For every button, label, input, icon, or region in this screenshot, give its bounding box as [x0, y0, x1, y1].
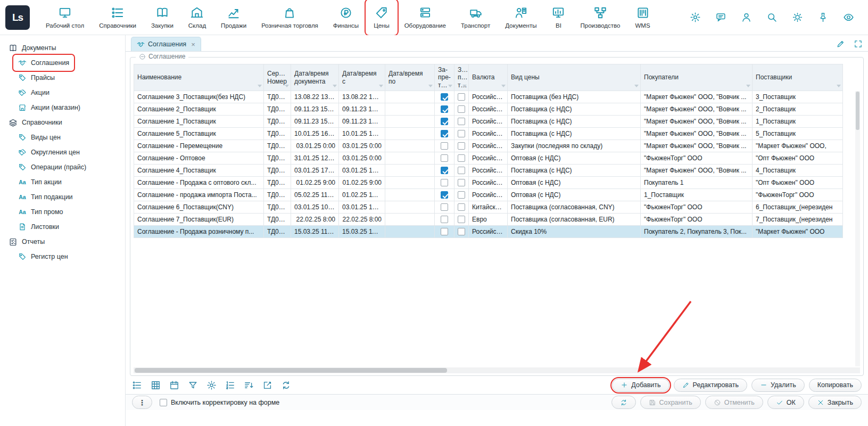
- form-correction-toggle[interactable]: Включить корректировку на форме: [160, 399, 279, 406]
- table-row[interactable]: Соглашение 6_Поставщик(CNY)ТД000...03.01…: [134, 201, 843, 214]
- sidebar-item-price-rounding[interactable]: Округления цен: [14, 145, 84, 160]
- table-row[interactable]: Соглашение 7_Поставщик(EUR)ТД000...22.02…: [134, 214, 843, 226]
- sidebar-item-price-types[interactable]: Виды цен: [14, 130, 65, 145]
- ribbon-item-equipment[interactable]: Оборудование: [397, 0, 453, 35]
- add-button[interactable]: Добавить: [612, 379, 669, 392]
- ribbon-item-retail[interactable]: Розничная торговля: [254, 0, 326, 35]
- pin-icon[interactable]: [817, 12, 829, 23]
- forbid-checkbox[interactable]: [458, 216, 465, 223]
- table-row[interactable]: Соглашение 4_ПоставщикТД000...03.01.25 1…: [134, 165, 843, 177]
- edit-pencil-icon[interactable]: [836, 39, 845, 48]
- forbid-checkbox[interactable]: [458, 167, 465, 174]
- fullscreen-icon[interactable]: [854, 39, 863, 48]
- gear-icon[interactable]: [206, 380, 217, 390]
- eye-icon[interactable]: [843, 12, 854, 23]
- vertical-scrollbar-thumb[interactable]: [856, 92, 859, 130]
- sidebar-group-documents[interactable]: Документы: [4, 40, 60, 55]
- sidebar-item-promos-store[interactable]: Акции (магазин): [14, 100, 85, 115]
- sidebar-group-reports[interactable]: Отчеты: [4, 234, 49, 249]
- ribbon-item-purchases[interactable]: Закупки: [144, 0, 181, 35]
- sidebar-item-price-operations[interactable]: Операции (прайс): [14, 160, 90, 175]
- sidebar-item-leaflets[interactable]: Листовки: [14, 219, 63, 234]
- column-header-forbid_2[interactable]: За- пре- тит...: [454, 64, 469, 91]
- sidebar-item-agreements[interactable]: Соглашения: [14, 55, 73, 70]
- sidebar-item-promo-type[interactable]: AaТип акции: [14, 175, 66, 190]
- correction-checkbox[interactable]: [160, 399, 167, 406]
- column-header-forbid_1[interactable]: За- пре- тит...: [435, 64, 454, 91]
- filter-icon[interactable]: [188, 380, 198, 390]
- horizontal-scrollbar[interactable]: [134, 367, 860, 373]
- forbid-checkbox[interactable]: [441, 130, 448, 137]
- view-list-icon[interactable]: [132, 380, 142, 390]
- forbid-checkbox[interactable]: [458, 130, 465, 137]
- ribbon-item-documents[interactable]: Документы: [498, 0, 544, 35]
- table-row[interactable]: Соглашение 5_ПоставщикТД000...10.01.25 1…: [134, 128, 843, 140]
- forbid-checkbox[interactable]: [458, 154, 465, 162]
- table-row[interactable]: Соглашение 2_ПоставщикТД000...09.11.23 1…: [134, 103, 843, 116]
- column-header-name[interactable]: Наименование: [134, 64, 264, 91]
- column-header-datetime_to[interactable]: Дата/время по: [385, 64, 435, 91]
- table-row[interactable]: Соглашение 1_ПоставщикТД000...09.11.23 1…: [134, 116, 843, 128]
- ribbon-item-finance[interactable]: Финансы: [326, 0, 366, 35]
- ok-button[interactable]: ОК: [767, 396, 804, 409]
- forbid-checkbox[interactable]: [458, 93, 465, 101]
- ribbon-item-catalogs[interactable]: Справочники: [92, 0, 144, 35]
- table-row[interactable]: Соглашение - Продажа розничному п...ТД00…: [134, 226, 843, 238]
- ribbon-item-bi[interactable]: BI: [544, 0, 573, 35]
- table-row[interactable]: Соглашение 3_Поставщик(без НДС)ТД000...1…: [134, 91, 843, 103]
- save-button[interactable]: Сохранить: [640, 396, 701, 409]
- forbid-checkbox[interactable]: [441, 228, 448, 235]
- forbid-checkbox[interactable]: [458, 105, 465, 113]
- column-header-currency[interactable]: Валюта: [469, 64, 508, 91]
- close-button[interactable]: Закрыть: [808, 396, 862, 409]
- sidebar-item-promos[interactable]: Акции: [14, 85, 54, 100]
- column-header-buyers[interactable]: Покупатели: [641, 64, 753, 91]
- table-row[interactable]: Соглашение - продажа импорта Поста...ТД0…: [134, 189, 843, 201]
- sort-desc-icon[interactable]: [244, 380, 254, 390]
- table-row[interactable]: Соглашение - Продажа с оптового скл...ТД…: [134, 177, 843, 189]
- forbid-checkbox[interactable]: [458, 142, 465, 150]
- ribbon-item-transport[interactable]: Транспорт: [453, 0, 498, 35]
- ribbon-item-wms[interactable]: WMS: [627, 0, 657, 35]
- sync-icon[interactable]: [281, 380, 291, 390]
- ribbon-item-sales[interactable]: Продажи: [213, 0, 254, 35]
- forbid-checkbox[interactable]: [441, 179, 448, 186]
- horizontal-scrollbar-thumb[interactable]: [135, 368, 447, 373]
- chat-icon[interactable]: [715, 12, 726, 23]
- forbid-checkbox[interactable]: [458, 203, 465, 211]
- forbid-checkbox[interactable]: [441, 118, 448, 125]
- app-logo[interactable]: Ls: [5, 5, 30, 30]
- forbid-checkbox[interactable]: [458, 191, 465, 199]
- refresh-button[interactable]: [611, 396, 636, 409]
- vertical-scrollbar[interactable]: [855, 91, 860, 366]
- forbid-checkbox[interactable]: [441, 203, 448, 211]
- numbered-list-icon[interactable]: [225, 380, 235, 390]
- view-grid-icon[interactable]: [151, 380, 161, 390]
- column-header-series[interactable]: Серия/ Номер: [264, 64, 291, 91]
- gear-icon[interactable]: [690, 12, 701, 23]
- forbid-checkbox[interactable]: [458, 179, 465, 186]
- column-header-suppliers[interactable]: Поставщики: [753, 64, 843, 91]
- forbid-checkbox[interactable]: [441, 216, 448, 223]
- tab-agreements[interactable]: Соглашения ×: [131, 37, 201, 51]
- edit-button[interactable]: Редактировать: [674, 379, 747, 392]
- collapse-icon[interactable]: [139, 53, 146, 60]
- column-header-doc_datetime[interactable]: Дата/время документа: [291, 64, 339, 91]
- tab-close-icon[interactable]: ×: [191, 41, 195, 48]
- more-menu-button[interactable]: ⋮: [132, 396, 152, 409]
- ribbon-item-warehouse[interactable]: Склад: [181, 0, 213, 35]
- forbid-checkbox[interactable]: [441, 142, 448, 150]
- column-header-datetime_from[interactable]: Дата/время с: [339, 64, 385, 91]
- cancel-button[interactable]: Отменить: [705, 396, 763, 409]
- column-header-price_type[interactable]: Вид цены: [508, 64, 641, 91]
- sidebar-item-sub-promo-type[interactable]: AaТип подакции: [14, 190, 77, 204]
- forbid-checkbox[interactable]: [441, 154, 448, 162]
- search-icon[interactable]: [766, 12, 778, 23]
- table-row[interactable]: Соглашение - ПеремещениеТД000...03.01.25…: [134, 140, 843, 152]
- forbid-checkbox[interactable]: [458, 228, 465, 235]
- calendar-icon[interactable]: [169, 380, 179, 390]
- sidebar-item-promo-kind[interactable]: AaТип промо: [14, 204, 68, 219]
- delete-button[interactable]: Удалить: [751, 379, 805, 392]
- person-icon[interactable]: [741, 12, 752, 23]
- sidebar-group-catalogs[interactable]: Справочники: [4, 115, 67, 130]
